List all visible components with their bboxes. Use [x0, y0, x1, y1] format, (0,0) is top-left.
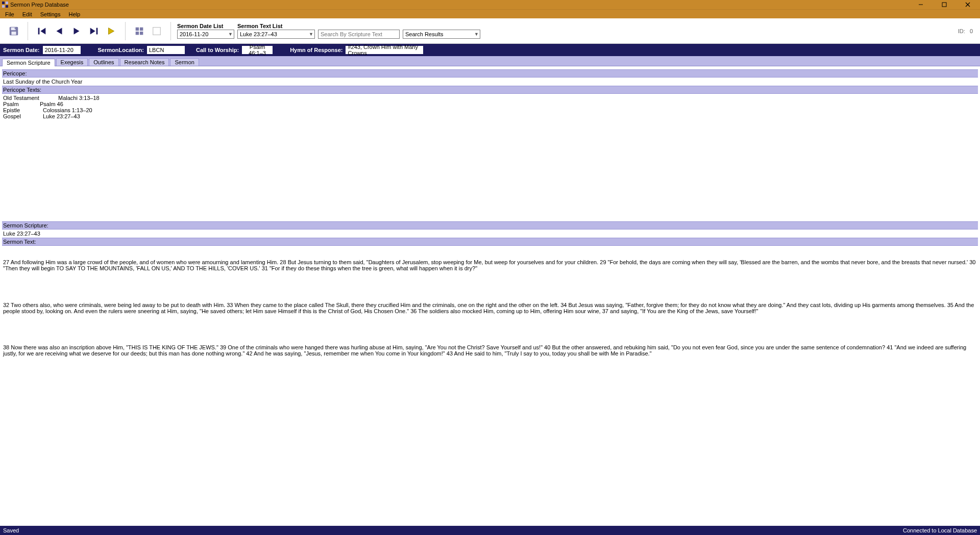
- text-list-label: Sermon Text List: [237, 23, 315, 29]
- pt-label: Epistle: [3, 107, 40, 113]
- hymn-label: Hymn of Response:: [290, 47, 342, 53]
- pericope-text-row: Gospel Luke 23:27–43: [3, 113, 977, 119]
- pericope-texts-header: Pericope Texts:: [2, 86, 978, 94]
- record-info-bar: Sermon Date: 2016-11-20 SermonLocation: …: [0, 44, 980, 56]
- svg-rect-1: [6, 2, 8, 4]
- call-to-worship-label: Call to Worship:: [196, 47, 239, 53]
- svg-rect-11: [15, 27, 16, 29]
- combo-value: 2016-11-20: [180, 31, 208, 37]
- pt-label: Gospel: [3, 113, 40, 119]
- svg-marker-16: [90, 28, 95, 34]
- svg-marker-18: [109, 28, 114, 34]
- tab-exegesis[interactable]: Exegesis: [56, 58, 88, 66]
- grid-view-button[interactable]: [132, 23, 147, 39]
- status-left: Saved: [3, 527, 19, 533]
- combo-value: Search Results: [405, 31, 444, 37]
- id-display: ID: 0: [958, 28, 977, 34]
- svg-marker-13: [40, 28, 45, 34]
- svg-rect-12: [38, 28, 40, 34]
- toolbar-separator: [28, 22, 28, 40]
- sermon-text-p2: 32 Two others also, who were criminals, …: [3, 302, 977, 314]
- menu-file[interactable]: File: [2, 11, 17, 18]
- app-icon: [2, 2, 8, 8]
- sermon-text-field[interactable]: 27 And following Him was a large crowd o…: [2, 246, 978, 526]
- search-results-combo[interactable]: Search Results ▼: [403, 30, 480, 39]
- sermon-text-list-combo[interactable]: Luke 23:27–43 ▼: [237, 30, 315, 39]
- call-to-worship-field[interactable]: Psalm 46:1–3: [242, 46, 273, 54]
- tab-sermon-scripture[interactable]: Sermon Scripture: [2, 59, 55, 66]
- tab-outlines[interactable]: Outlines: [89, 58, 118, 66]
- pt-label: Old Testament: [3, 95, 40, 101]
- search-input-field[interactable]: [321, 31, 397, 37]
- menubar: File Edit Settings Help: [0, 9, 980, 18]
- sermon-text-header: Sermon Text:: [2, 238, 978, 246]
- sermon-date-list-combo[interactable]: 2016-11-20 ▼: [177, 30, 234, 39]
- pericope-field[interactable]: Last Sunday of the Church Year: [2, 78, 978, 86]
- sermon-date-label: Sermon Date:: [3, 47, 40, 53]
- single-view-button[interactable]: [149, 23, 164, 39]
- minimize-button[interactable]: [914, 0, 928, 9]
- svg-rect-23: [153, 27, 161, 35]
- chevron-down-icon: ▼: [228, 32, 233, 37]
- pericope-text-row: Epistle Colossians 1:13–20: [3, 107, 977, 113]
- tab-research-notes[interactable]: Research Notes: [120, 58, 169, 66]
- pt-label: Psalm: [3, 101, 40, 107]
- tab-sermon[interactable]: Sermon: [170, 58, 199, 66]
- titlebar: Sermon Prep Database: [0, 0, 980, 9]
- sermon-location-label: SermonLocation:: [98, 47, 144, 53]
- nav-prev-button[interactable]: [52, 23, 67, 39]
- date-list-label: Sermon Date List: [177, 23, 234, 29]
- hymn-field[interactable]: #243, Crown Him with Many Crowns: [346, 46, 423, 54]
- menu-settings[interactable]: Settings: [37, 11, 64, 18]
- id-value: 0: [970, 28, 973, 34]
- svg-rect-5: [942, 3, 946, 7]
- sermon-location-field[interactable]: LBCN: [147, 46, 185, 54]
- sermon-date-field[interactable]: 2016-11-20: [43, 46, 81, 54]
- nav-play-button[interactable]: [104, 23, 119, 39]
- sermon-scripture-field[interactable]: Luke 23:27–43: [2, 230, 978, 238]
- svg-rect-19: [136, 27, 139, 30]
- svg-rect-2: [2, 5, 5, 8]
- pt-ref: Colossians 1:13–20: [43, 107, 92, 113]
- pericope-text-row: Old Testament Malachi 3:13–18: [3, 95, 977, 101]
- chevron-down-icon: ▼: [474, 32, 479, 37]
- close-button[interactable]: [961, 0, 975, 9]
- svg-rect-10: [11, 31, 16, 34]
- combo-value: Luke 23:27–43: [240, 31, 277, 37]
- toolbar: Sermon Date List 2016-11-20 ▼ Sermon Tex…: [0, 18, 980, 44]
- pericope-text-row: Psalm Psalm 46: [3, 101, 977, 107]
- pericope-texts-field[interactable]: Old Testament Malachi 3:13–18 Psalm Psal…: [2, 94, 978, 221]
- sermon-text-p3: 38 Now there was also an inscription abo…: [3, 344, 977, 356]
- svg-rect-21: [136, 31, 139, 34]
- menu-edit[interactable]: Edit: [19, 11, 35, 18]
- svg-rect-20: [140, 27, 143, 30]
- svg-rect-3: [6, 5, 8, 8]
- svg-marker-15: [74, 28, 80, 34]
- svg-marker-14: [57, 28, 62, 34]
- status-right: Connected to Local Database: [903, 527, 977, 533]
- status-bar: Saved Connected to Local Database: [0, 526, 980, 535]
- chevron-down-icon: ▼: [309, 32, 313, 37]
- toolbar-separator: [170, 22, 171, 40]
- tabs-row: Sermon Scripture Exegesis Outlines Resea…: [0, 56, 980, 66]
- id-label: ID:: [958, 28, 965, 34]
- app-title: Sermon Prep Database: [10, 2, 69, 8]
- content-panel: Pericope: Last Sunday of the Church Year…: [0, 66, 980, 526]
- svg-rect-22: [140, 31, 143, 34]
- search-scripture-input[interactable]: [318, 30, 400, 39]
- pt-ref: Psalm 46: [40, 101, 63, 107]
- svg-rect-17: [96, 28, 98, 34]
- nav-next-button[interactable]: [69, 23, 84, 39]
- pericope-header: Pericope:: [2, 69, 978, 78]
- sermon-text-p1: 27 And following Him was a large crowd o…: [3, 259, 977, 271]
- pt-ref: Malachi 3:13–18: [58, 95, 100, 101]
- menu-help[interactable]: Help: [65, 11, 83, 18]
- toolbar-separator: [125, 22, 126, 40]
- nav-first-button[interactable]: [34, 23, 50, 39]
- nav-last-button[interactable]: [86, 23, 102, 39]
- save-button[interactable]: [6, 23, 21, 39]
- svg-rect-0: [2, 2, 5, 4]
- pt-ref: Luke 23:27–43: [43, 113, 80, 119]
- sermon-scripture-header: Sermon Scripture:: [2, 221, 978, 230]
- maximize-button[interactable]: [937, 0, 951, 9]
